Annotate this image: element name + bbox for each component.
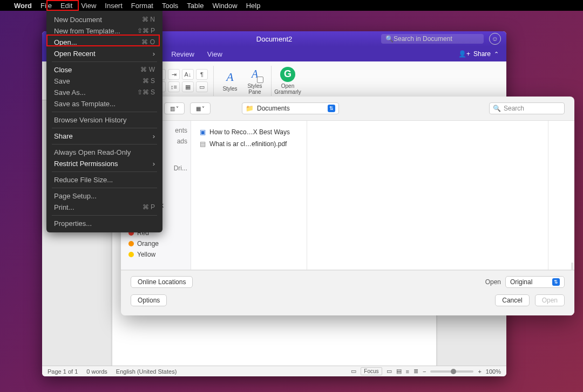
open-label: Open xyxy=(485,278,501,286)
file-menu-item[interactable]: Page Setup... xyxy=(46,190,162,202)
status-page: Page 1 of 1 xyxy=(48,368,78,375)
menu-file[interactable]: File xyxy=(40,2,52,10)
menu-tools[interactable]: Tools xyxy=(162,2,178,10)
location-popup[interactable]: 📁 Documents ⇅ xyxy=(242,102,339,114)
file-menu-item[interactable]: Open Recent› xyxy=(46,48,162,59)
dialog-toolbar: ‹ › ▥ ˅ ▦ ˅ 📁 Documents ⇅ 🔍 Search xyxy=(121,97,574,120)
sort-icon[interactable]: A↓ xyxy=(182,69,194,80)
view-columns-icon[interactable]: ▥ ˅ xyxy=(164,102,185,114)
file-item[interactable]: ▤What is ar cl…efinition).pdf xyxy=(191,138,307,150)
styles-button[interactable]: A Styles xyxy=(219,70,241,92)
status-lang[interactable]: English (United States) xyxy=(116,368,177,375)
status-bar: Page 1 of 1 0 words English (United Stat… xyxy=(42,366,506,376)
zoom-in-icon[interactable]: + xyxy=(478,368,481,375)
grammarly-button[interactable]: G Open Grammarly xyxy=(277,67,299,95)
file-menu-item[interactable]: Properties... xyxy=(46,218,162,229)
open-mode-select[interactable]: Original ⇅ xyxy=(505,276,565,288)
file-menu-item[interactable]: Reduce File Size... xyxy=(46,174,162,185)
docx-icon: ▣ xyxy=(200,128,206,136)
file-menu-item[interactable]: Always Open Read-Only xyxy=(46,147,162,158)
options-button[interactable]: Options xyxy=(131,294,167,306)
open-mode-value: Original xyxy=(510,278,532,286)
view-outline-icon[interactable]: ≡ xyxy=(406,368,409,375)
feedback-icon[interactable]: ☺ xyxy=(489,33,501,45)
open-button[interactable]: Open xyxy=(535,294,565,306)
menu-window[interactable]: Window xyxy=(212,2,237,10)
file-menu-item[interactable]: New Document⌘ N xyxy=(46,14,162,25)
file-menu-item[interactable]: Print...⌘ P xyxy=(46,202,162,213)
resize-handle-icon[interactable]: ‖ xyxy=(570,121,574,270)
sidebar-tag[interactable]: Orange xyxy=(121,238,191,249)
tag-dot-icon xyxy=(128,241,134,246)
dialog-body: ents ads Dri... Locations 🌐Network Tags … xyxy=(121,120,574,270)
pdf-icon: ▤ xyxy=(200,140,206,148)
styles-pane-button[interactable]: A Styles Pane xyxy=(244,67,266,95)
menu-edit[interactable]: Edit xyxy=(60,2,72,10)
shading-icon[interactable]: ▦ xyxy=(182,81,194,92)
location-name: Documents xyxy=(257,105,290,112)
menu-format[interactable]: Format xyxy=(131,2,153,10)
line-spacing-icon[interactable]: ↕≡ xyxy=(168,81,180,92)
file-menu-item[interactable]: Open...⌘ O xyxy=(46,37,162,48)
open-dialog: ‹ › ▥ ˅ ▦ ˅ 📁 Documents ⇅ 🔍 Search ents … xyxy=(121,97,574,315)
show-marks-icon[interactable]: ¶ xyxy=(196,69,208,80)
menu-view[interactable]: View xyxy=(81,2,96,10)
chevron-updown-icon: ⇅ xyxy=(328,105,335,112)
tab-view[interactable]: View xyxy=(207,50,222,58)
status-words[interactable]: 0 words xyxy=(86,368,107,375)
borders-icon[interactable]: ▭ xyxy=(196,81,208,92)
file-menu-item[interactable]: Save as Template... xyxy=(46,98,162,109)
search-icon: 🔍 xyxy=(385,35,394,43)
file-column: ▣How to Reco…X Best Ways▤What is ar cl…e… xyxy=(191,121,307,270)
zoom-slider[interactable] xyxy=(430,370,473,373)
dialog-search-placeholder: Search xyxy=(504,105,524,112)
file-item[interactable]: ▣How to Reco…X Best Ways xyxy=(191,126,307,138)
file-menu-item[interactable]: Close⌘ W xyxy=(46,64,162,75)
doc-search[interactable]: 🔍 Search in Document xyxy=(381,34,484,44)
file-menu-item[interactable]: Browse Version History xyxy=(46,114,162,126)
preview-column xyxy=(548,121,570,270)
menu-table[interactable]: Table xyxy=(187,2,204,10)
tag-dot-icon xyxy=(128,252,134,257)
dialog-footer: Online Locations Open Original ⇅ Options… xyxy=(121,270,574,315)
indent-right-icon[interactable]: ⇥ xyxy=(168,69,180,80)
file-menu-item[interactable]: Save⌘ S xyxy=(46,75,162,87)
view-draft-icon[interactable]: ≣ xyxy=(413,368,418,375)
file-menu-item[interactable]: Share› xyxy=(46,130,162,142)
doc-title: Document2 xyxy=(256,35,292,43)
file-column-empty xyxy=(307,121,548,270)
menu-insert[interactable]: Insert xyxy=(105,2,123,10)
tab-review[interactable]: Review xyxy=(171,50,194,58)
chevron-updown-icon: ⇅ xyxy=(552,278,560,286)
mac-menubar: Word File Edit View Insert Format Tools … xyxy=(0,0,583,11)
search-icon: 🔍 xyxy=(493,105,501,112)
doc-search-placeholder: Search in Document xyxy=(394,35,452,43)
dialog-search[interactable]: 🔍 Search xyxy=(489,102,565,114)
view-print-icon[interactable]: ▭ xyxy=(387,368,392,375)
file-menu-item[interactable]: Save As...⇧⌘ S xyxy=(46,87,162,98)
view-grid-icon[interactable]: ▦ ˅ xyxy=(190,102,211,114)
zoom-value[interactable]: 100% xyxy=(486,368,501,375)
online-locations-button[interactable]: Online Locations xyxy=(131,276,193,288)
share-button[interactable]: 👤+ Share ⌃ xyxy=(458,50,499,58)
sidebar-tag[interactable]: Yellow xyxy=(121,249,191,260)
cancel-button[interactable]: Cancel xyxy=(495,294,529,306)
display-settings-icon[interactable]: ▭ xyxy=(351,368,356,375)
file-dropdown: New Document⌘ NNew from Template...⇧⌘ PO… xyxy=(46,11,162,232)
view-web-icon[interactable]: ▤ xyxy=(396,368,402,375)
zoom-out-icon[interactable]: − xyxy=(423,368,426,375)
menu-help[interactable]: Help xyxy=(246,2,261,10)
app-name[interactable]: Word xyxy=(14,2,32,10)
file-menu-item[interactable]: New from Template...⇧⌘ P xyxy=(46,25,162,37)
focus-button[interactable]: Focus xyxy=(361,367,382,375)
folder-icon: 📁 xyxy=(246,105,254,112)
file-menu-item[interactable]: Restrict Permissions› xyxy=(46,158,162,169)
